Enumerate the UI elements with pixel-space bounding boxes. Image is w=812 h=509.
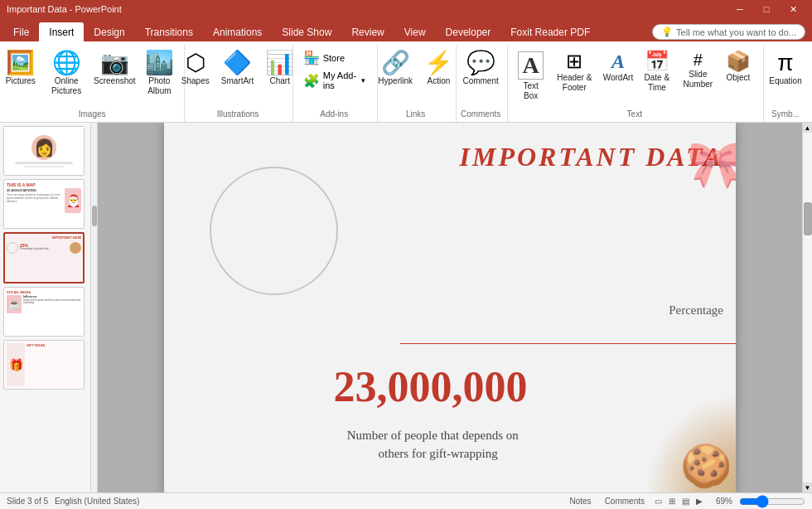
wordart-button[interactable]: A WordArt bbox=[600, 48, 636, 98]
wordart-icon: A bbox=[611, 51, 625, 71]
comments-button[interactable]: Comments bbox=[602, 495, 648, 507]
header-footer-button[interactable]: ⊞ Header & Footer bbox=[551, 48, 598, 108]
shapes-button[interactable]: ⬡ Shapes bbox=[176, 48, 215, 101]
equation-button[interactable]: π Equation bbox=[764, 48, 806, 101]
tab-design[interactable]: Design bbox=[84, 22, 134, 41]
comment-icon: 💬 bbox=[466, 51, 495, 75]
tell-me-bar[interactable]: 💡 Tell me what you want to do... bbox=[652, 24, 805, 40]
action-button[interactable]: ⚡ Action bbox=[419, 48, 458, 101]
myaddin-icon: 🧩 bbox=[303, 73, 320, 89]
notes-button[interactable]: Notes bbox=[567, 495, 595, 507]
ribbon-group-symbols: π Equation Symb... bbox=[766, 45, 809, 122]
screenshot-label: Screenshot bbox=[94, 76, 136, 86]
store-button[interactable]: 🏪 Store bbox=[298, 48, 370, 67]
date-time-button[interactable]: 📅 Date & Time bbox=[638, 48, 676, 108]
action-label: Action bbox=[428, 76, 451, 86]
symbols-group-label: Symb... bbox=[764, 109, 807, 119]
slide-decoration: 🍪 bbox=[645, 395, 736, 492]
store-label: Store bbox=[323, 53, 345, 63]
store-icon: 🏪 bbox=[303, 50, 320, 65]
slide-5-preview: 🎁 GIFT IDEAS bbox=[4, 341, 84, 389]
slide-panel: 1 👩 2 THIS IS A MAP bbox=[0, 123, 91, 492]
scroll-thumb[interactable] bbox=[804, 202, 812, 235]
hyperlink-button[interactable]: 🔗 Hyperlink bbox=[373, 48, 418, 101]
tab-animations[interactable]: Animations bbox=[203, 22, 272, 41]
header-footer-label: Header & Footer bbox=[556, 73, 593, 93]
ribbon-group-links: 🔗 Hyperlink ⚡ Action Links bbox=[379, 45, 457, 122]
photo-album-label: Photo Album bbox=[142, 76, 176, 96]
smartart-button[interactable]: 🔷 SmartArt bbox=[216, 48, 259, 101]
chart-label: Chart bbox=[269, 76, 289, 86]
slideshow-button[interactable]: ▶ bbox=[696, 497, 703, 506]
pictures-icon: 🖼️ bbox=[6, 51, 35, 75]
ribbon-group-illustrations: ⬡ Shapes 🔷 SmartArt 📊 Chart Illustration… bbox=[186, 45, 292, 122]
tab-slideshow[interactable]: Slide Show bbox=[272, 22, 341, 41]
object-button[interactable]: 📦 Object bbox=[720, 48, 756, 98]
slide-percentage-label: Percentage bbox=[669, 303, 723, 318]
view-slidesorter-button[interactable]: ⊞ bbox=[669, 497, 675, 506]
slide-1-thumb[interactable]: 👩 bbox=[3, 126, 85, 176]
tab-developer[interactable]: Developer bbox=[436, 22, 501, 41]
status-bar: Slide 3 of 5 English (United States) Not… bbox=[0, 492, 812, 509]
panel-scrollbar[interactable] bbox=[91, 123, 98, 492]
tab-transitions[interactable]: Transitions bbox=[135, 22, 203, 41]
comment-button[interactable]: 💬 Comment bbox=[457, 48, 503, 101]
textbox-label: Text Box bbox=[518, 81, 544, 101]
date-time-icon: 📅 bbox=[645, 51, 669, 71]
tab-review[interactable]: Review bbox=[341, 22, 394, 41]
title-bar: Important Data - PowerPoint ─ □ ✕ bbox=[0, 0, 812, 18]
view-reading-button[interactable]: ▤ bbox=[682, 497, 689, 506]
ribbon-body: 🖼️ Pictures 🌐 Online Pictures 📷 Screensh… bbox=[0, 41, 812, 123]
tab-view[interactable]: View bbox=[394, 22, 436, 41]
slide-count-label: Slide 3 of 5 bbox=[7, 497, 48, 506]
zoom-slider[interactable] bbox=[739, 495, 805, 508]
hyperlink-icon: 🔗 bbox=[381, 51, 410, 75]
slide-4-thumb[interactable]: SOCIAL MEDIA ☕ Influencer Some lorem ips… bbox=[3, 287, 85, 337]
hyperlink-label: Hyperlink bbox=[378, 76, 413, 86]
myaddin-button[interactable]: 🧩 My Add-ins ▾ bbox=[298, 69, 370, 92]
vertical-scrollbar[interactable]: ▲ ▼ bbox=[802, 123, 812, 492]
slide-big-number: 23,000,000 bbox=[334, 362, 528, 411]
scroll-up-button[interactable]: ▲ bbox=[803, 123, 812, 133]
object-label: Object bbox=[726, 73, 750, 83]
chart-button[interactable]: 📊 Chart bbox=[260, 48, 299, 101]
slide-number-label: Slide Number bbox=[683, 70, 713, 90]
comment-label: Comment bbox=[462, 76, 498, 86]
ribbon-tabs: File Insert Design Transitions Animation… bbox=[0, 18, 812, 41]
tab-insert[interactable]: Insert bbox=[39, 22, 84, 41]
tab-file[interactable]: File bbox=[3, 22, 39, 41]
slide-number-icon: # bbox=[694, 51, 703, 68]
slide-number-button[interactable]: # Slide Number bbox=[678, 48, 718, 104]
slide-5-thumb[interactable]: 🎁 GIFT IDEAS bbox=[3, 340, 85, 390]
smartart-icon: 🔷 bbox=[223, 51, 252, 75]
slide-2-thumb[interactable]: THIS IS A MAP 35 ASSOCIATIONS There are … bbox=[3, 179, 85, 229]
minimize-button[interactable]: ─ bbox=[727, 2, 752, 17]
slide-3-thumb[interactable]: IMPORTANT DATA 25% Percentage of people … bbox=[3, 232, 85, 284]
textbox-button[interactable]: A Text Box bbox=[513, 48, 549, 116]
scroll-down-button[interactable]: ▼ bbox=[803, 482, 812, 492]
view-normal-button[interactable]: ▭ bbox=[655, 497, 662, 506]
slide-2-preview: THIS IS A MAP 35 ASSOCIATIONS There are … bbox=[4, 180, 84, 228]
lightbulb-icon: 💡 bbox=[661, 27, 673, 37]
text-group-label: Text bbox=[508, 109, 761, 119]
list-item: 3 IMPORTANT DATA 25% Percentage of peopl… bbox=[3, 232, 87, 284]
window-controls: ─ □ ✕ bbox=[727, 2, 805, 17]
textbox-icon: A bbox=[518, 51, 543, 80]
comments-group-label: Comments bbox=[457, 109, 505, 119]
app-title: Important Data - PowerPoint bbox=[7, 4, 122, 14]
slide-canvas[interactable]: IMPORTANT DATA Percentage 23,000,000 Num… bbox=[164, 123, 736, 492]
online-pictures-label: Online Pictures bbox=[46, 76, 88, 96]
links-group-label: Links bbox=[378, 109, 454, 119]
images-group-label: Images bbox=[2, 109, 182, 119]
photo-album-button[interactable]: 🏙️ Photo Album bbox=[137, 48, 181, 111]
shapes-label: Shapes bbox=[181, 76, 210, 86]
maximize-button[interactable]: □ bbox=[754, 2, 779, 17]
pictures-button[interactable]: 🖼️ Pictures bbox=[2, 48, 39, 101]
chart-icon: 📊 bbox=[265, 51, 294, 75]
online-pictures-button[interactable]: 🌐 Online Pictures bbox=[41, 48, 93, 111]
tab-foxitpdf[interactable]: Foxit Reader PDF bbox=[500, 22, 600, 41]
addins-content: 🏪 Store 🧩 My Add-ins ▾ bbox=[298, 45, 370, 107]
close-button[interactable]: ✕ bbox=[781, 2, 805, 17]
slide-divider-line bbox=[400, 343, 736, 344]
screenshot-button[interactable]: 📷 Screenshot bbox=[94, 48, 135, 101]
